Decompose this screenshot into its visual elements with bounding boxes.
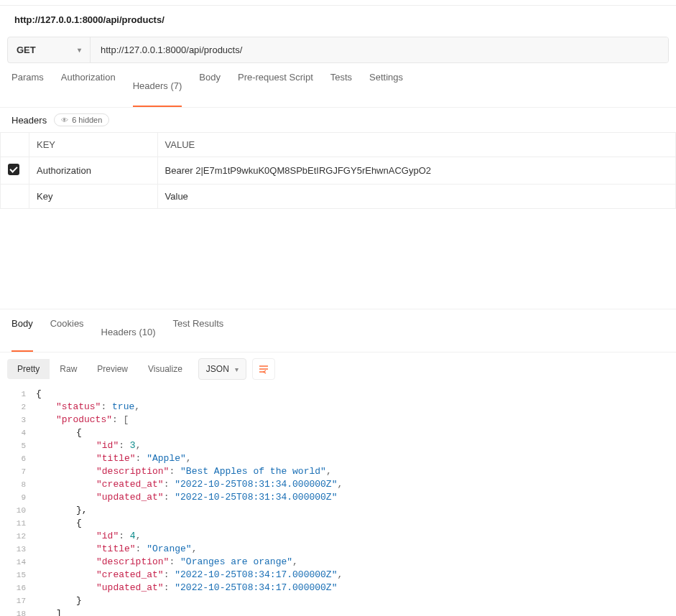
breadcrumb: http://127.0.0.1:8000/api/products/	[0, 6, 676, 32]
header-key-placeholder[interactable]: Key	[29, 185, 158, 209]
table-row: Authorization Bearer 2|E7m1tP9wkuK0QM8SP…	[1, 157, 676, 185]
view-preview[interactable]: Preview	[87, 359, 138, 379]
url-input[interactable]	[91, 37, 668, 62]
tab-response-headers-label: Headers	[101, 318, 136, 345]
wrap-lines-button[interactable]	[252, 358, 275, 380]
request-bar: GET ▾	[7, 37, 669, 63]
tab-response-cookies[interactable]: Cookies	[50, 309, 84, 352]
tab-authorization[interactable]: Authorization	[61, 63, 116, 107]
tab-prerequest[interactable]: Pre-request Script	[238, 63, 313, 107]
tab-bar	[0, 0, 676, 6]
content-type-label: JSON	[206, 364, 229, 374]
tab-tests[interactable]: Tests	[330, 63, 352, 107]
view-raw[interactable]: Raw	[50, 359, 87, 379]
view-pretty[interactable]: Pretty	[7, 359, 50, 379]
checkbox-empty	[1, 185, 29, 209]
checkbox-col-header	[1, 133, 29, 157]
method-select[interactable]: GET ▾	[8, 37, 91, 62]
tab-response-headers-count: (10)	[139, 318, 155, 345]
tab-headers-count: (7)	[170, 72, 182, 98]
headers-section-label: Headers	[11, 115, 47, 126]
request-tabs: Params Authorization Headers (7) Body Pr…	[0, 63, 676, 108]
response-format-bar: Pretty Raw Preview Visualize JSON ▾	[0, 353, 676, 386]
headers-table: KEY VALUE Authorization Bearer 2|E7m1tP9…	[0, 132, 676, 209]
tab-response-headers[interactable]: Headers (10)	[101, 309, 156, 352]
chevron-down-icon: ▾	[78, 46, 81, 54]
chevron-down-icon: ▾	[235, 365, 239, 373]
checkbox[interactable]	[8, 164, 19, 175]
view-visualize[interactable]: Visualize	[138, 359, 193, 379]
hidden-count-label: 6 hidden	[72, 116, 102, 124]
wrap-icon	[258, 364, 269, 374]
key-col-header: KEY	[29, 133, 158, 157]
tab-response-tests[interactable]: Test Results	[173, 309, 224, 352]
table-row-empty: Key Value	[1, 185, 676, 209]
tab-headers-label: Headers	[133, 72, 168, 98]
response-body-json[interactable]: 1{ 2"status": true, 3"products": [ 4{ 5"…	[0, 386, 676, 616]
tab-body[interactable]: Body	[199, 63, 221, 107]
tab-settings[interactable]: Settings	[369, 63, 403, 107]
header-value-placeholder[interactable]: Value	[157, 185, 675, 209]
tab-params[interactable]: Params	[11, 63, 44, 107]
eye-icon: 👁	[61, 116, 68, 124]
hidden-headers-toggle[interactable]: 👁 6 hidden	[54, 113, 109, 126]
header-value-cell[interactable]: Bearer 2|E7m1tP9wkuK0QM8SPbEtIRGJFGY5rEh…	[157, 157, 675, 185]
tab-headers[interactable]: Headers (7)	[133, 63, 182, 107]
content-type-select[interactable]: JSON ▾	[198, 358, 246, 380]
response-tabs: Body Cookies Headers (10) Test Results	[0, 309, 676, 353]
header-key-cell[interactable]: Authorization	[29, 157, 158, 185]
headers-subheader: Headers 👁 6 hidden	[0, 108, 676, 132]
method-label: GET	[17, 45, 36, 55]
view-mode-segment: Pretty Raw Preview Visualize	[7, 359, 193, 379]
tab-response-body[interactable]: Body	[11, 309, 33, 352]
spacer	[0, 209, 676, 309]
value-col-header: VALUE	[157, 133, 675, 157]
postman-panel: http://127.0.0.1:8000/api/products/ GET …	[0, 0, 676, 616]
